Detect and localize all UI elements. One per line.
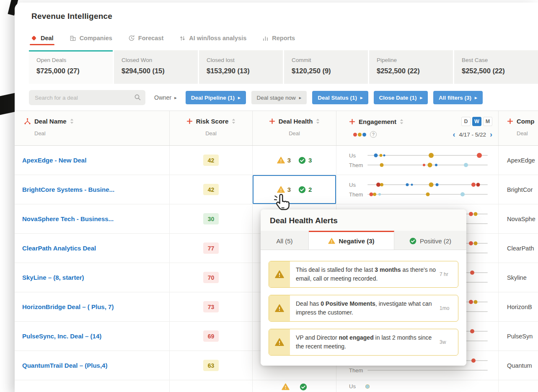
engagement-them-label: Them	[349, 367, 367, 374]
deal-name-link[interactable]: SkyLine – (8, starter)	[22, 274, 84, 281]
popup-tab-all[interactable]: All (5)	[261, 231, 309, 250]
tab-forecast[interactable]: Forecast	[128, 35, 163, 45]
tab-forecast-label: Forecast	[138, 35, 163, 41]
filter-deal-stage[interactable]: Deal stage now▸	[251, 91, 307, 104]
caret-icon: ▸	[475, 95, 477, 100]
owner-filter-button[interactable]: Owner ▸	[151, 91, 180, 104]
alert-text: Deal has 0 Positive Moments, investigate…	[290, 295, 440, 321]
deal-name-column-icon	[24, 118, 31, 125]
card-label: Closed lost	[207, 57, 275, 63]
positive-alert-count: 3	[308, 157, 312, 164]
tab-reports-label: Reports	[272, 35, 295, 41]
column-title: Deal Health	[279, 118, 313, 125]
deal-name-link[interactable]: ApexEdge - New Deal	[22, 157, 86, 164]
card-closed-won[interactable]: Closed Won $294,500 (15)	[114, 50, 198, 84]
deal-health-cell[interactable]	[253, 380, 336, 392]
column-header-deal-name[interactable]: Deal Name Deal	[15, 111, 170, 145]
search-input[interactable]	[29, 90, 145, 105]
card-best-case[interactable]: Best Case $252,500 (22)	[454, 50, 538, 84]
card-label: Closed Won	[122, 57, 190, 63]
filter-close-date[interactable]: Close Date (1)▸	[374, 91, 428, 104]
engagement-us-label: Us	[349, 152, 367, 159]
engagement-date-nav: ‹ 4/17 - 5/22 ›	[453, 131, 492, 138]
search-box	[29, 90, 145, 105]
column-header-company[interactable]: Comp Deal	[499, 111, 538, 145]
company-cell: BrightCor	[499, 175, 538, 204]
next-chevron-icon[interactable]: ›	[490, 131, 492, 138]
table-row: ApexEdge - New Deal 42 3 3 Us Them ApexE…	[15, 146, 538, 175]
engagement-them-label: Them	[349, 162, 367, 168]
risk-score-badge: 77	[203, 242, 219, 254]
risk-score-badge: 30	[203, 213, 219, 224]
sort-icon[interactable]	[232, 119, 235, 124]
tab-ai-winloss[interactable]: AI win/loss analysis	[179, 35, 246, 45]
card-closed-lost[interactable]: Closed lost $153,290 (13)	[199, 50, 283, 84]
popup-tab-positive[interactable]: Positive (2)	[394, 231, 466, 250]
card-commit[interactable]: Commit $120,250 (9)	[284, 50, 368, 84]
company-cell: ClearPath	[499, 234, 538, 263]
filter-label: Close Date (1)	[379, 95, 417, 101]
popup-tab-negative[interactable]: Negative (3)	[309, 231, 394, 250]
owner-filter-label: Owner	[154, 94, 171, 101]
tab-deal[interactable]: Deal	[31, 35, 54, 45]
sort-icon[interactable]	[70, 119, 74, 124]
deal-name-link[interactable]: ClearPath Analytics Deal	[22, 245, 96, 252]
column-subtitle: Deal	[34, 130, 169, 137]
engagement-them-label: Them	[349, 191, 367, 198]
main-nav: Deal Companies Forecast AI win/loss anal…	[31, 34, 538, 45]
tab-companies[interactable]: Companies	[70, 35, 112, 45]
toggle-week[interactable]: W	[472, 117, 481, 126]
filter-deal-status[interactable]: Deal Status (1)▸	[312, 91, 368, 104]
column-header-risk-score[interactable]: Risk Score Deal	[170, 111, 253, 145]
alert-card: VP and Director not engaged in last 2 mo…	[269, 329, 458, 356]
column-title: Risk Score	[196, 118, 229, 125]
positive-alert-count: 2	[308, 186, 312, 193]
card-label: Commit	[292, 57, 360, 63]
help-icon[interactable]: ?	[370, 131, 377, 138]
filter-label: Deal Status (1)	[318, 95, 357, 101]
company-cell: Skyline	[499, 263, 538, 292]
risk-score-badge: 42	[203, 155, 219, 166]
tab-reports[interactable]: Reports	[262, 35, 295, 45]
risk-score-column-icon	[186, 118, 193, 124]
deal-name-link[interactable]: HorizonBridge Deal – ( Plus, 7)	[22, 303, 114, 310]
risk-score-badge: 70	[203, 272, 219, 283]
sort-icon[interactable]	[316, 119, 320, 124]
popup-tab-label: Negative (3)	[339, 237, 374, 245]
tab-deal-label: Deal	[41, 35, 54, 41]
prev-chevron-icon[interactable]: ‹	[453, 131, 455, 138]
engagement-legend: ?	[353, 131, 377, 138]
alert-card: Deal has 0 Positive Moments, investigate…	[269, 295, 458, 322]
filter-all-filters[interactable]: All filters (3)▸	[433, 91, 483, 104]
deal-health-cell[interactable]: 3 3	[253, 146, 336, 175]
toggle-day[interactable]: D	[461, 117, 471, 126]
deal-health-cell-selected[interactable]: 3 2	[253, 175, 336, 204]
toggle-month[interactable]: M	[483, 117, 492, 126]
alert-text: This deal is stalled for the last 3 mont…	[290, 261, 440, 287]
deal-name-link[interactable]: BrightCore Systems - Busine...	[22, 186, 114, 193]
engagement-cell[interactable]: Us Them	[336, 146, 499, 175]
building-icon	[70, 35, 76, 41]
filter-deal-pipeline[interactable]: Deal Pipeline (1)▸	[186, 91, 246, 104]
warning-icon	[277, 186, 285, 193]
sort-icon[interactable]	[400, 119, 404, 124]
tab-companies-label: Companies	[80, 35, 112, 41]
column-header-engagement[interactable]: Engagement D W M ?	[336, 111, 499, 145]
deal-logo-icon	[31, 35, 37, 41]
card-value: $252,500 (22)	[462, 67, 530, 75]
deal-name-link[interactable]: PulseSync, Inc. Deal – (14)	[22, 333, 101, 340]
card-open-deals[interactable]: Open Deals $725,000 (27)	[29, 50, 113, 84]
page-title: Revenue Intelligence	[31, 12, 538, 22]
card-pipeline[interactable]: Pipeline $252,500 (22)	[369, 50, 453, 84]
deal-name-link[interactable]: QuantumTrail Deal – (Plus,4)	[22, 362, 107, 369]
table-row-partial: Us	[15, 380, 538, 392]
check-icon	[298, 157, 306, 164]
engagement-cell[interactable]: Us Them	[336, 175, 499, 204]
search-icon	[134, 94, 141, 103]
card-value: $294,500 (15)	[122, 67, 190, 75]
deal-name-link[interactable]: NovaSphere Tech - Business...	[22, 215, 114, 222]
column-header-deal-health[interactable]: Deal Health Deal	[253, 111, 336, 145]
date-range: 4/17 - 5/22	[459, 132, 486, 138]
engagement-cell[interactable]: Us	[336, 380, 499, 392]
caret-icon: ▸	[299, 95, 302, 100]
